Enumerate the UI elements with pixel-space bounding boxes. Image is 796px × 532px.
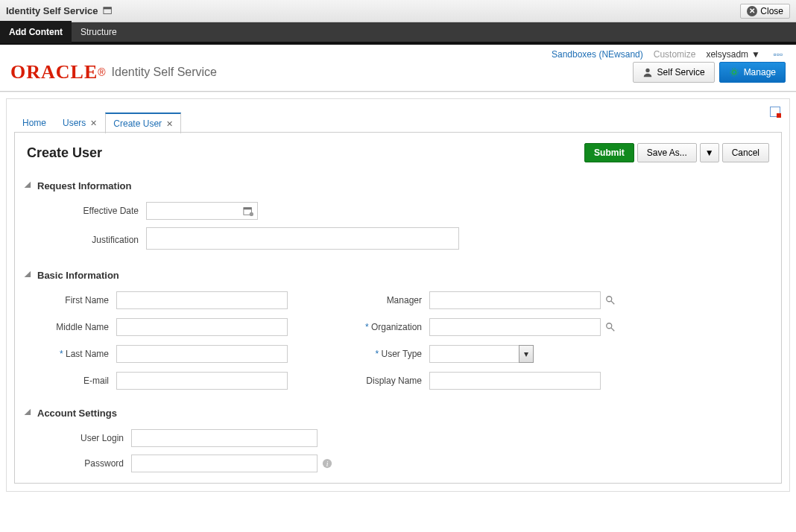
- content-wrap: Home Users ✕ Create User ✕ Create User S…: [6, 98, 790, 492]
- user-type-select[interactable]: [429, 345, 534, 363]
- top-bar: Identity Self Service ✕ Close: [0, 0, 796, 22]
- effective-date-input[interactable]: [146, 202, 258, 220]
- calendar-icon[interactable]: [243, 206, 253, 216]
- tabs-row: Home Users ✕ Create User ✕: [7, 99, 789, 133]
- svg-point-8: [607, 297, 612, 302]
- svg-point-7: [250, 212, 253, 216]
- sandboxes-link[interactable]: Sandboxes (NEwsand): [552, 49, 643, 60]
- svg-rect-1: [103, 7, 111, 9]
- section-account-settings: Account Settings User Login Password i: [27, 408, 769, 472]
- label-first-name: First Name: [27, 295, 116, 305]
- section-header-basic[interactable]: Basic Information: [27, 270, 769, 281]
- save-as-button[interactable]: Save As...: [637, 143, 697, 162]
- collapse-icon: [25, 408, 34, 418]
- basic-right-col: Manager Organization User Type ▾ Display…: [340, 291, 623, 390]
- chevron-down-icon[interactable]: ▾: [519, 345, 534, 363]
- justification-input[interactable]: [146, 227, 459, 250]
- collapse-icon: [25, 270, 34, 280]
- tab-home[interactable]: Home: [14, 113, 54, 133]
- svg-point-4: [730, 69, 738, 77]
- self-service-label: Self Service: [657, 67, 705, 77]
- tab-add-content[interactable]: Add Content: [0, 21, 72, 43]
- label-effective-date: Effective Date: [42, 206, 146, 216]
- close-icon[interactable]: ✕: [166, 119, 173, 129]
- brand-row: ORACLE® Identity Self Service Self Servi…: [0, 60, 796, 91]
- collapse-icon: [25, 181, 34, 191]
- close-icon: ✕: [747, 6, 757, 16]
- submit-button[interactable]: Submit: [584, 143, 634, 162]
- page-title: Create User: [27, 145, 102, 161]
- label-manager: Manager: [340, 295, 429, 305]
- close-icon[interactable]: ✕: [90, 118, 97, 128]
- edit-page-icon[interactable]: [103, 6, 113, 16]
- label-password: Password: [27, 458, 131, 469]
- last-name-input[interactable]: [116, 345, 288, 363]
- save-as-dropdown[interactable]: ▼: [700, 143, 719, 162]
- section-header-account[interactable]: Account Settings: [27, 408, 769, 419]
- tab-structure[interactable]: Structure: [72, 21, 126, 43]
- close-label: Close: [760, 6, 783, 16]
- user-login-input[interactable]: [131, 429, 318, 447]
- section-basic-info: Basic Information First Name Middle Name…: [27, 270, 769, 390]
- username-label: xelsysadm: [706, 49, 748, 60]
- label-last-name: Last Name: [27, 349, 116, 359]
- manager-input[interactable]: [429, 291, 601, 309]
- label-middle-name: Middle Name: [27, 322, 116, 332]
- gear-icon: [729, 67, 739, 77]
- search-icon[interactable]: [601, 322, 623, 332]
- accessibility-icon[interactable]: ▫▫▫: [771, 51, 786, 58]
- self-service-button[interactable]: Self Service: [633, 62, 715, 83]
- user-menu[interactable]: xelsysadm ▼: [706, 49, 760, 60]
- password-input[interactable]: [131, 455, 318, 472]
- middle-name-input[interactable]: [116, 318, 288, 336]
- svg-point-10: [607, 323, 612, 329]
- chevron-down-icon: ▼: [751, 49, 760, 60]
- label-user-login: User Login: [27, 433, 131, 443]
- account-form: User Login Password i: [27, 429, 769, 472]
- display-name-input[interactable]: [429, 372, 601, 390]
- organization-input[interactable]: [429, 318, 601, 336]
- svg-point-2: [645, 69, 649, 72]
- request-form: Effective Date Justification: [42, 202, 769, 252]
- tab-create-user[interactable]: Create User ✕: [105, 113, 181, 133]
- svg-line-11: [611, 328, 614, 331]
- svg-line-9: [611, 301, 614, 304]
- label-email: E-mail: [27, 376, 116, 386]
- info-icon[interactable]: i: [318, 458, 340, 469]
- svg-point-3: [732, 70, 736, 74]
- basic-left-col: First Name Middle Name Last Name E-mail: [27, 291, 310, 390]
- cancel-button[interactable]: Cancel: [722, 143, 769, 162]
- first-name-input[interactable]: [116, 291, 288, 309]
- close-button[interactable]: ✕ Close: [740, 4, 790, 19]
- edit-toolbar: Add Content Structure: [0, 22, 796, 45]
- email-input[interactable]: [116, 372, 288, 390]
- manage-button[interactable]: Manage: [719, 62, 786, 83]
- label-user-type: User Type: [340, 349, 429, 359]
- manage-label: Manage: [744, 67, 776, 77]
- tabs-close-all-icon[interactable]: [770, 107, 780, 117]
- oracle-logo: ORACLE: [10, 61, 98, 83]
- svg-rect-6: [244, 208, 252, 210]
- tab-users[interactable]: Users ✕: [54, 113, 105, 133]
- brand-subtitle: Identity Self Service: [112, 66, 217, 79]
- page-head: Create User Submit Save As... ▼ Cancel: [27, 143, 769, 162]
- label-display-name: Display Name: [340, 376, 429, 386]
- label-organization: Organization: [340, 322, 429, 332]
- section-request-info: Request Information Effective Date Justi…: [27, 180, 769, 252]
- label-justification: Justification: [42, 235, 146, 245]
- person-icon: [642, 67, 653, 77]
- search-icon[interactable]: [601, 295, 623, 305]
- customize-link[interactable]: Customize: [654, 49, 696, 60]
- tab-body: Create User Submit Save As... ▼ Cancel R…: [14, 133, 782, 484]
- section-header-request[interactable]: Request Information: [27, 180, 769, 191]
- header-links: Sandboxes (NEwsand) Customize xelsysadm …: [0, 45, 796, 60]
- app-title: Identity Self Service: [6, 5, 98, 16]
- svg-text:i: i: [326, 460, 329, 468]
